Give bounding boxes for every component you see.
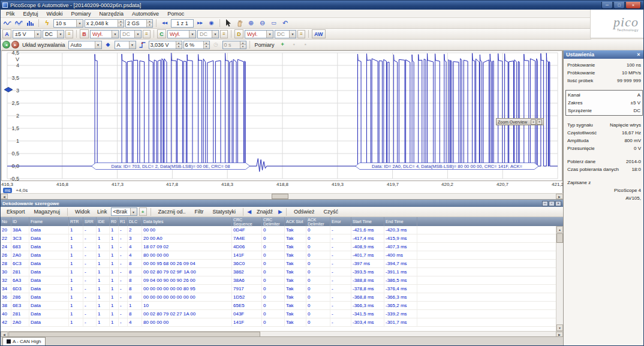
pre-trigger-spinner[interactable]: 6 % ▲▼ — [183, 41, 210, 49]
channel-b-options-button[interactable]: ≡ — [143, 30, 151, 38]
add-measurement-button[interactable]: + — [278, 40, 288, 50]
panel-minimize-button[interactable]: ─ — [542, 201, 548, 206]
column-header-no[interactable]: No — [1, 217, 11, 226]
scope-view-button[interactable] — [2, 19, 13, 28]
scroll-thumb[interactable] — [556, 233, 563, 243]
sample-rate-spinner[interactable]: 2 GS ▲▼ — [125, 19, 153, 28]
link-select[interactable]: <Brak ▾ — [111, 207, 137, 216]
column-header-ide[interactable]: IDE — [97, 217, 110, 226]
column-header-crc-sequence[interactable]: CRC Sequence — [232, 217, 262, 226]
channel-d-options-button[interactable]: ≡ — [297, 30, 305, 38]
panel-close-button[interactable]: × — [555, 201, 561, 206]
column-header-dlc[interactable]: DLC — [128, 217, 142, 226]
next-waveform-button[interactable]: ► — [11, 41, 19, 49]
decode-table-row[interactable]: 223C3Data1-11-320 00 A07A4E0Tak0--417,4 … — [1, 234, 556, 243]
column-header-srr[interactable]: SRR — [83, 217, 97, 226]
view-button[interactable]: Widok — [71, 207, 94, 216]
scroll-down-button[interactable]: ▼ — [556, 324, 563, 331]
start-from-button[interactable]: Zacznij od.. — [155, 207, 189, 216]
decode-table-row[interactable]: 286C3Data1-11-800 00 95 68 00 26 09 0436… — [1, 260, 556, 268]
decode-table-row[interactable]: 24683Data1-11-418 07 09 024D060Tak0--408… — [1, 243, 556, 251]
column-header-data-bytes[interactable]: Data bytes — [142, 217, 232, 226]
scroll-left-button[interactable]: ◀ — [1, 194, 8, 199]
channel-a-button[interactable]: A — [2, 29, 11, 38]
close-icon[interactable]: × — [537, 119, 542, 125]
spectrum-view-button[interactable] — [25, 19, 35, 28]
scroll-up-button[interactable]: ▲ — [556, 226, 563, 233]
menu-item-narz-dzia[interactable]: Narzędzia — [95, 10, 128, 18]
panel-float-button[interactable]: ▫ — [549, 201, 555, 206]
filter-button[interactable]: Filtr — [191, 207, 207, 216]
decode-table-row[interactable]: 30281Data1-11-800 02 80 79 02 9F 1A 0038… — [1, 268, 556, 276]
buffer-overview-button[interactable]: ◉ — [206, 19, 216, 28]
math-channels-button[interactable]: AW — [312, 29, 326, 38]
column-header-start-time[interactable]: Start Time — [351, 217, 384, 226]
close-button[interactable]: × — [625, 2, 641, 9]
store-button[interactable]: Magazynuj — [31, 207, 64, 216]
menu-item-pomiary[interactable]: Pomiary — [67, 10, 95, 18]
column-header-ack-slot[interactable]: ACK Slot — [285, 217, 306, 226]
marquee-zoom-button[interactable]: ▭ — [269, 19, 279, 28]
close-icon[interactable]: × — [635, 52, 642, 58]
waveform-display[interactable]: 4,543,532,521,510,50,0-0,5VData: ID= 703… — [1, 50, 562, 181]
decode-table-row[interactable]: 326A3Data1-11-809 04 00 90 00 90 26 0038… — [1, 276, 556, 285]
decode-table-row[interactable]: 386E3Data1-11-11065E50Tak0--366,3 ms-365… — [1, 302, 556, 310]
spin-down-icon[interactable]: ▼ — [118, 23, 124, 27]
scope-horizontal-scrollbar[interactable]: ◀ ▶ — [1, 193, 563, 199]
tab-a-can-high[interactable]: A - CAN High — [2, 337, 46, 345]
add-link-button[interactable]: + — [139, 207, 147, 216]
zoom-overview-window[interactable]: Zoom Overview + × — [496, 118, 544, 125]
channel-b-coupling-select[interactable]: DC▾ — [120, 30, 142, 38]
decode-table-row[interactable]: 36286Data1-11-800 00 00 00 00 00 00 001D… — [1, 293, 556, 302]
decode-table-row[interactable]: 262A0Data1-11-480 00 00 00141F0Tak0--401… — [1, 251, 556, 260]
clear-button[interactable]: Czyść — [320, 207, 342, 216]
decode-table-row[interactable]: 40281Data1-11-800 02 80 79 02 27 1A 0004… — [1, 310, 556, 318]
trigger-source-select[interactable]: A ▾ — [115, 41, 136, 49]
channel-c-button[interactable]: C — [157, 29, 166, 38]
channel-c-range-select[interactable]: Wył.▾ — [167, 30, 196, 38]
channel-a-coupling-select[interactable]: DC▾ — [43, 30, 64, 38]
find-previous-button[interactable]: ◀ — [247, 209, 251, 215]
menu-item-pomoc[interactable]: Pomoc — [163, 10, 188, 18]
delete-measurement-button[interactable]: ▪ — [300, 40, 311, 50]
timebase-select[interactable]: 10 s ▾ — [53, 19, 83, 28]
spin-down-icon[interactable]: ▼ — [176, 45, 182, 49]
export-button[interactable]: Eksport — [3, 207, 29, 216]
menu-item-edytuj[interactable]: Edytuj — [19, 10, 43, 18]
channel-b-range-select[interactable]: Wył.▾ — [90, 30, 119, 38]
statistics-button[interactable]: Statystyki — [209, 207, 240, 216]
undo-zoom-button[interactable]: ↶ — [280, 19, 290, 28]
find-button[interactable]: Znajdź — [253, 207, 276, 216]
trigger-delay-spinner[interactable]: 0 s ▲▼ — [222, 41, 246, 49]
auto-setup-button[interactable]: ϟ — [42, 19, 52, 28]
channel-d-range-select[interactable]: Wył.▾ — [245, 30, 273, 38]
spin-down-icon[interactable]: ▼ — [204, 45, 209, 49]
menu-item-automotive[interactable]: Automotive — [128, 10, 163, 18]
spin-down-icon[interactable]: ▼ — [240, 45, 246, 49]
column-header-id[interactable]: ID — [11, 217, 29, 226]
last-buffer-button[interactable]: ▶▶ — [195, 19, 205, 28]
column-header-frame[interactable]: Frame — [29, 217, 69, 226]
zoom-out-button[interactable]: ⊖ — [257, 19, 267, 28]
column-header-error[interactable]: Error — [330, 217, 351, 226]
channel-c-options-button[interactable]: ≡ — [220, 30, 228, 38]
scroll-thumb[interactable] — [272, 194, 288, 199]
channel-b-button[interactable]: B — [80, 29, 89, 38]
persistence-view-button[interactable] — [14, 19, 24, 28]
edit-measurement-button[interactable]: ▪ — [289, 40, 299, 50]
zoom-in-button[interactable]: ⊕ — [246, 19, 256, 28]
column-header-crc-delimiter[interactable]: CRC Delimiter — [262, 217, 285, 226]
decode-table-row[interactable]: 346D3Data1-11-800 00 00 00 00 00 80 9579… — [1, 285, 556, 293]
spin-down-icon[interactable]: ▼ — [147, 23, 152, 27]
column-header-r1[interactable]: R1 — [119, 217, 128, 226]
column-header-ack-delimiter[interactable]: ACK Delimiter — [306, 217, 330, 226]
find-next-button[interactable]: ▶ — [278, 209, 282, 215]
trigger-mode-select[interactable]: Auto ▾ — [68, 41, 102, 49]
first-buffer-button[interactable]: ◀◀ — [160, 19, 170, 28]
channel-d-coupling-select[interactable]: DC▾ — [275, 30, 296, 38]
pin-icon[interactable]: + — [531, 119, 536, 125]
pan-hand-tool-button[interactable] — [234, 19, 245, 28]
decode-table-row[interactable]: 2038AData1-11-200 000D4F0Tak0--421,6 ms-… — [1, 226, 556, 234]
trigger-marker-button[interactable]: ◆ — [103, 40, 113, 50]
pointer-tool-button[interactable] — [223, 19, 233, 28]
